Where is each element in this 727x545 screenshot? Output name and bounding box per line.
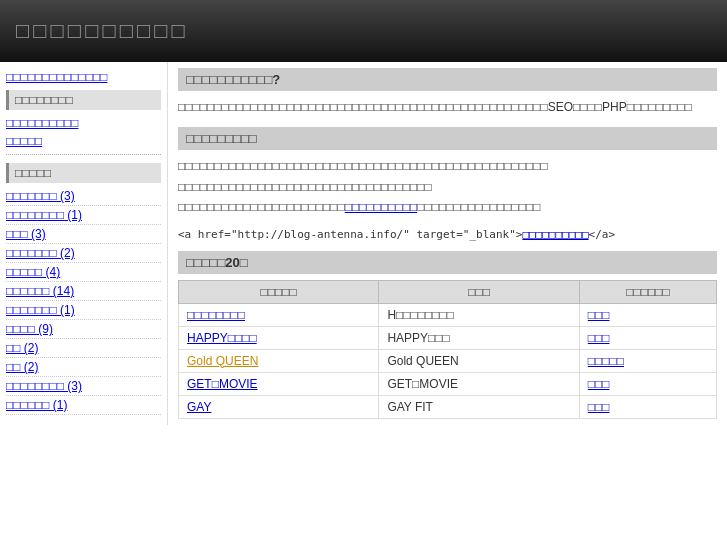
table-cell-desc: GAY FIT	[379, 395, 579, 418]
sidebar-categories: □□□□□□□ (3)□□□□□□□□ (1)□□□ (3)□□□□□□□ (2…	[6, 187, 161, 415]
table-cell-action: □□□	[579, 303, 716, 326]
sidebar-cat-link[interactable]: □□□□□□□□ (3)	[6, 379, 82, 393]
section3-title: □□□□□20□	[178, 251, 717, 274]
rank-action-link[interactable]: □□□	[588, 331, 610, 345]
sidebar: □□□□□□□□□□□□□□ □□□□□□□□ □□□□□□□□□□ □□□□□…	[0, 62, 168, 425]
table-cell-desc: Gold QUEEN	[379, 349, 579, 372]
sidebar-cat-link[interactable]: □□□ (3)	[6, 227, 46, 241]
sidebar-cat-item: □□ (2)	[6, 339, 161, 358]
rank-action-link[interactable]: □□□	[588, 308, 610, 322]
section2-para3-after: □□□□□□□□□□□□□□□□□	[417, 200, 540, 214]
section1-title: □□□□□□□□□□□?	[178, 68, 717, 91]
sidebar-section1-header: □□□□□□□□	[6, 90, 161, 110]
table-cell-name: □□□□□□□□	[179, 303, 379, 326]
table-row: GAYGAY FIT□□□	[179, 395, 717, 418]
sidebar-cat-link[interactable]: □□□□□ (4)	[6, 265, 60, 279]
sidebar-cat-item: □□□□□□□□ (3)	[6, 377, 161, 396]
section2-body: □□□□□□□□□□□□□□□□□□□□□□□□□□□□□□□□□□□□□□□□…	[178, 156, 717, 217]
rank-name-link[interactable]: GET□MOVIE	[187, 377, 258, 391]
table-cell-desc: HAPPY□□□	[379, 326, 579, 349]
table-row: GET□MOVIEGET□MOVIE□□□	[179, 372, 717, 395]
sidebar-cat-item: □□□□□□□ (3)	[6, 187, 161, 206]
rank-action-link[interactable]: □□□	[588, 377, 610, 391]
table-cell-name: GAY	[179, 395, 379, 418]
table-cell-action: □□□□□	[579, 349, 716, 372]
sidebar-cat-link[interactable]: □□□□□□□ (3)	[6, 189, 75, 203]
sidebar-cat-link[interactable]: □□□□□□ (14)	[6, 284, 74, 298]
sidebar-top-link[interactable]: □□□□□□□□□□□□□□	[6, 70, 161, 84]
table-cell-name: GET□MOVIE	[179, 372, 379, 395]
sidebar-cat-item: □□□ (3)	[6, 225, 161, 244]
table-row: □□□□□□□□H□□□□□□□□□□□	[179, 303, 717, 326]
sidebar-cat-item: □□□□□□ (1)	[6, 396, 161, 415]
sidebar-cat-link[interactable]: □□□□□□□ (1)	[6, 303, 75, 317]
sidebar-cat-item: □□□□□□ (14)	[6, 282, 161, 301]
sidebar-cat-link[interactable]: □□□□□□ (1)	[6, 398, 68, 412]
main-content: □□□□□□□□□□□? □□□□□□□□□□□□□□□□□□□□□□□□□□□…	[168, 62, 727, 425]
col-name-header: □□□□□	[179, 280, 379, 303]
sidebar-cat-link[interactable]: □□□□□□□ (2)	[6, 246, 75, 260]
rank-name-link[interactable]: Gold QUEEN	[187, 354, 258, 368]
table-cell-name: HAPPY□□□□	[179, 326, 379, 349]
table-cell-name: Gold QUEEN	[179, 349, 379, 372]
sidebar-cat-item: □□□□□□□□ (1)	[6, 206, 161, 225]
sidebar-link2[interactable]: □□□□□	[6, 132, 161, 150]
col-action-header: □□□□□□	[579, 280, 716, 303]
section2-title: □□□□□□□□□	[178, 127, 717, 150]
sidebar-cat-link[interactable]: □□□□ (9)	[6, 322, 53, 336]
rank-name-link[interactable]: □□□□□□□□	[187, 308, 245, 322]
page-header: □□□□□□□□□□	[0, 0, 727, 62]
sidebar-cat-item: □□□□ (9)	[6, 320, 161, 339]
sidebar-cat-link[interactable]: □□□□□□□□ (1)	[6, 208, 82, 222]
sidebar-cat-item: □□□□□ (4)	[6, 263, 161, 282]
sidebar-cat-link[interactable]: □□ (2)	[6, 360, 39, 374]
sidebar-cat-item: □□□□□□□ (1)	[6, 301, 161, 320]
table-cell-action: □□□	[579, 372, 716, 395]
rank-action-link[interactable]: □□□	[588, 400, 610, 414]
rank-action-link[interactable]: □□□□□	[588, 354, 624, 368]
section2-para1: □□□□□□□□□□□□□□□□□□□□□□□□□□□□□□□□□□□□□□□□…	[178, 159, 548, 173]
section2-code-link[interactable]: □□□□□□□□□□	[522, 228, 588, 241]
sidebar-cat-link[interactable]: □□ (2)	[6, 341, 39, 355]
table-cell-desc: H□□□□□□□□	[379, 303, 579, 326]
table-cell-action: □□□	[579, 395, 716, 418]
section2-para3-before: □□□□□□□□□□□□□□□□□□□□□□□	[178, 200, 345, 214]
rank-name-link[interactable]: GAY	[187, 400, 211, 414]
table-row: HAPPY□□□□HAPPY□□□□□□	[179, 326, 717, 349]
table-cell-desc: GET□MOVIE	[379, 372, 579, 395]
table-header-row: □□□□□ □□□ □□□□□□	[179, 280, 717, 303]
section2-para2: □□□□□□□□□□□□□□□□□□□□□□□□□□□□□□□□□□□	[178, 180, 432, 194]
col-desc-header: □□□	[379, 280, 579, 303]
section2-para3-link[interactable]: □□□□□□□□□□	[345, 200, 417, 214]
rank-name-link[interactable]: HAPPY□□□□	[187, 331, 257, 345]
table-row: Gold QUEENGold QUEEN□□□□□	[179, 349, 717, 372]
header-title: □□□□□□□□□□	[16, 18, 189, 43]
section1-body: □□□□□□□□□□□□□□□□□□□□□□□□□□□□□□□□□□□□□□□□…	[178, 97, 717, 117]
sidebar-cat-item: □□□□□□□ (2)	[6, 244, 161, 263]
sidebar-cat-item: □□ (2)	[6, 358, 161, 377]
sidebar-link1[interactable]: □□□□□□□□□□	[6, 114, 161, 132]
sidebar-link-block: □□□□□□□□□□ □□□□□	[6, 114, 161, 155]
section2-code: <a href="http://blog-antenna.info/" targ…	[178, 228, 717, 241]
table-cell-action: □□□	[579, 326, 716, 349]
sidebar-section2-header: □□□□□	[6, 163, 161, 183]
rank-table: □□□□□ □□□ □□□□□□ □□□□□□□□H□□□□□□□□□□□HAP…	[178, 280, 717, 419]
